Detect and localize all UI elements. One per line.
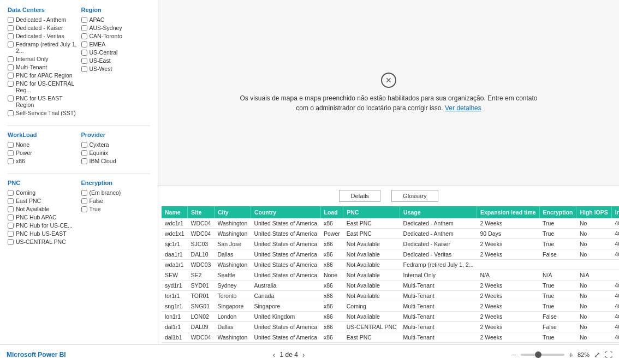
list-item: US-CENTRAL PNC [8, 238, 77, 245]
checkbox[interactable] [8, 142, 14, 148]
table-cell: x86 [320, 218, 343, 229]
checkbox[interactable] [81, 158, 87, 164]
prev-page-button[interactable]: ‹ [273, 350, 276, 359]
checkbox[interactable] [81, 142, 87, 148]
total-pages: 4 [294, 351, 298, 359]
table-cell: Dedicated - Veritas [400, 249, 477, 260]
table-row[interactable]: dal1r1DAL09DallasUnited States of Americ… [162, 322, 619, 332]
checkbox[interactable] [8, 231, 14, 237]
table-cell: Internal Only [400, 270, 477, 281]
checkbox[interactable] [8, 64, 14, 70]
column-header: PNC [343, 206, 400, 218]
table-cell: Washington [214, 229, 251, 239]
checkbox[interactable] [81, 33, 87, 39]
checkbox[interactable] [8, 17, 14, 23]
checkbox[interactable] [81, 206, 87, 212]
checkbox[interactable] [8, 239, 14, 245]
list-item: US-Central [81, 49, 151, 56]
checkbox[interactable] [8, 198, 14, 204]
table-cell: 2 Weeks [477, 291, 540, 301]
checkbox[interactable] [8, 214, 14, 220]
checkbox[interactable] [8, 96, 14, 102]
next-page-button[interactable]: › [302, 350, 305, 359]
table-cell: No [576, 281, 611, 291]
table-row[interactable]: daa1r1DAL10DallasUnited States of Americ… [162, 249, 619, 260]
table-cell: DAL09 [188, 322, 215, 332]
data-table-wrapper[interactable]: NameSiteCityCountryLoadPNCUsageExpansion… [158, 206, 619, 344]
column-header: Load [320, 206, 343, 218]
column-header: Encryption [539, 206, 576, 218]
checkbox[interactable] [8, 223, 14, 229]
table-cell: Not Available [343, 281, 400, 291]
table-cell: 4Gbps [611, 332, 619, 343]
checkbox[interactable] [8, 56, 14, 62]
checkbox[interactable] [8, 41, 14, 47]
table-row[interactable]: lon1r1LON02LondonUnited Kingdomx86Not Av… [162, 312, 619, 322]
checkbox[interactable] [81, 150, 87, 156]
table-cell [477, 260, 540, 270]
table-cell: Not Available [343, 270, 400, 281]
checkbox[interactable] [81, 58, 87, 64]
table-body: wdc1r1WDC04WashingtonUnited States of Am… [162, 218, 619, 344]
zoom-out-button[interactable]: − [512, 350, 516, 359]
table-cell: Dedicated - Anthem [400, 229, 477, 239]
table-row[interactable]: wdc1r1WDC04WashingtonUnited States of Am… [162, 218, 619, 229]
checkbox[interactable] [8, 33, 14, 39]
table-cell: US-CENTRAL PNC [343, 322, 400, 332]
table-cell: N/A [539, 270, 576, 281]
table-cell: United States of America [251, 322, 320, 332]
list-item: PNC for US-EAST Region [8, 95, 77, 108]
list-item: PNC Hub for US-CE... [8, 222, 77, 229]
checkbox[interactable] [8, 25, 14, 31]
checkbox[interactable] [8, 81, 14, 87]
table-cell: Coming [343, 301, 400, 312]
table-cell: False [539, 322, 576, 332]
glossary-button[interactable]: Glossary [391, 190, 438, 202]
zoom-in-button[interactable]: + [569, 350, 573, 359]
table-row[interactable]: wda1r1WDC03WashingtonUnited States of Am… [162, 260, 619, 270]
checkbox[interactable] [8, 158, 14, 164]
table-cell: No [576, 239, 611, 249]
table-cell: True [539, 332, 576, 343]
table-row[interactable]: sjc1r1SJC03San JoseUnited States of Amer… [162, 239, 619, 249]
table-row[interactable]: syd1r1SYD01SydneyAustraliax86Not Availab… [162, 281, 619, 291]
table-cell: Singapore [251, 301, 320, 312]
checkbox[interactable] [8, 73, 14, 79]
checkbox[interactable] [8, 206, 14, 212]
table-header: NameSiteCityCountryLoadPNCUsageExpansion… [162, 206, 619, 218]
table-row[interactable]: tor1r1TOR01TorontoCanadax86Not Available… [162, 291, 619, 301]
table-row[interactable]: wdc1x1WDC04WashingtonUnited States of Am… [162, 229, 619, 239]
zoom-slider[interactable] [521, 354, 564, 356]
table-cell: 90 Days [477, 229, 540, 239]
zoom-controls: − + 82% ⤢ ⛶ [512, 350, 612, 359]
table-row[interactable]: dal1b1WDC04WashingtonUnited States of Am… [162, 332, 619, 343]
table-cell: 2 Weeks [477, 239, 540, 249]
table-cell: Dedicated - Anthem [400, 218, 477, 229]
table-cell: 4Gbps [611, 322, 619, 332]
error-link[interactable]: Ver detalhes [445, 104, 481, 112]
table-cell: Multi-Tenant [400, 301, 477, 312]
fullscreen-icon-button[interactable]: ⛶ [605, 350, 612, 359]
data-table: NameSiteCityCountryLoadPNCUsageExpansion… [162, 206, 619, 344]
data-centers-title: Data Centers [8, 7, 77, 13]
content-panel: ✕ Os visuais de mapa e mapa preenchido n… [158, 0, 619, 344]
checkbox[interactable] [81, 41, 87, 47]
checkbox[interactable] [81, 66, 87, 72]
table-cell: dal1r1 [162, 322, 188, 332]
table-row[interactable]: sng1r1SNG01SingaporeSingaporex86ComingMu… [162, 301, 619, 312]
table-cell: Dallas [214, 249, 251, 260]
checkbox[interactable] [81, 25, 87, 31]
checkbox[interactable] [81, 50, 87, 56]
checkbox[interactable] [81, 17, 87, 23]
brand-label[interactable]: Microsoft Power BI [7, 351, 66, 359]
error-icon: ✕ [381, 73, 396, 88]
table-row[interactable]: SEWSE2SeattleUnited States of AmericaNon… [162, 270, 619, 281]
checkbox[interactable] [8, 110, 14, 116]
checkbox[interactable] [81, 190, 87, 196]
checkbox[interactable] [81, 198, 87, 204]
checkbox[interactable] [8, 190, 14, 196]
details-button[interactable]: Details [339, 190, 380, 202]
current-page: 1 [279, 351, 283, 359]
checkbox[interactable] [8, 150, 14, 156]
expand-icon-button[interactable]: ⤢ [594, 350, 600, 359]
